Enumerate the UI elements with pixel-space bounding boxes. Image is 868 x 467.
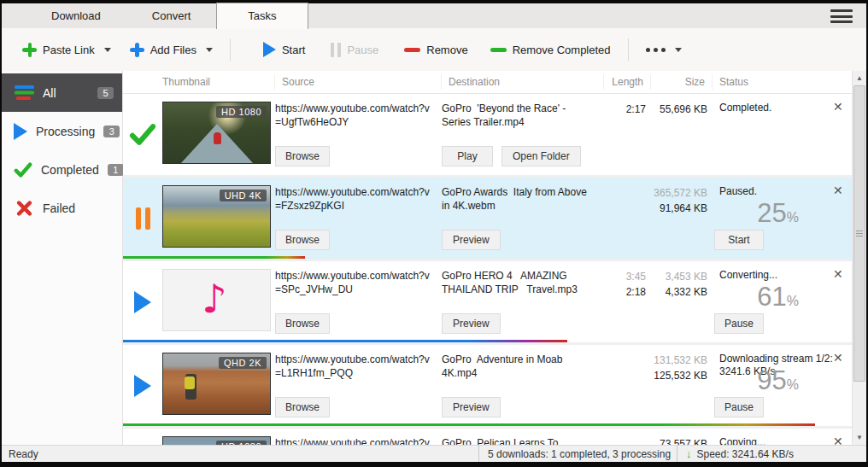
size-value: 125,532 KB (651, 368, 707, 383)
scroll-up-icon[interactable]: ▲ (853, 71, 866, 85)
pause-button[interactable]: Pause (324, 38, 385, 62)
plus-icon (130, 43, 144, 57)
destination-file: GoPro Adventure in Moab 4K.mp4 (442, 353, 604, 380)
sidebar-item-label: All (43, 86, 89, 100)
quality-badge: UHD 4K (220, 190, 267, 201)
progress-bar (123, 423, 815, 426)
size-original: 3,453 KB (651, 269, 707, 284)
table-body: ♪ HD 1080 https://www.youtube.com/watch?… (123, 94, 852, 445)
paste-link-button[interactable]: Paste Link (15, 38, 118, 62)
destination-cell: GoPro Pelican Learns To Fish.mp4 (442, 429, 604, 445)
column-header-status: Status (713, 74, 852, 90)
progress-bar (123, 256, 305, 259)
scrollbar-track[interactable] (853, 85, 866, 430)
pause-task-button[interactable]: Pause (714, 313, 764, 334)
sidebar-item-processing[interactable]: Processing3 (2, 112, 122, 150)
vertical-scrollbar[interactable]: ▲ ▼ (852, 71, 866, 445)
status-ready: Ready (2, 448, 478, 460)
task-row[interactable]: ♪ HD 1080 https://www.youtube.com/watch?… (123, 429, 852, 445)
table-header: Thumbnail Source Destination Length Size… (123, 71, 852, 94)
length-cell: 2:17 (604, 94, 651, 175)
column-header-destination: Destination (442, 74, 604, 90)
status-cell: Downloading stream 1/2: 3241.6 KB/s 95% … (713, 345, 833, 426)
destination-cell: GoPro Adventure in Moab 4K.mp4 Preview (442, 345, 604, 426)
chevron-down-icon[interactable] (104, 48, 111, 52)
scrollbar-thumb[interactable] (853, 85, 865, 382)
progress-bar (123, 340, 567, 342)
status-summary: 5 downloads: 1 completed, 3 processing (478, 446, 677, 462)
close-cell: ✕ (833, 178, 852, 259)
destination-cell: GoPro Awards Italy from Above in 4K.webm… (442, 178, 604, 259)
remove-completed-button[interactable]: Remove Completed (484, 38, 618, 61)
pause-state-icon (123, 178, 162, 259)
source-url: https://www.youtube.com/watch?v=L1RH1fm_… (275, 353, 442, 380)
tab-convert[interactable]: Convert (126, 4, 217, 28)
play-state-icon (123, 261, 162, 342)
sidebar: All5Processing3Completed1Failed (2, 71, 123, 445)
sidebar-item-completed[interactable]: Completed1 (2, 150, 122, 189)
menu-hamburger-icon[interactable] (830, 9, 853, 23)
source-url: https://www.youtube.com/watch?v=UgfTw6He… (275, 102, 442, 129)
close-icon[interactable]: ✕ (833, 352, 843, 364)
check-state-icon (123, 94, 162, 175)
source-cell: https://www.youtube.com/watch?v=SPc_JVHw… (275, 261, 442, 342)
length-value: 2:18 (604, 284, 646, 300)
source-cell: https://www.youtube.com/watch?v=FZsxz9Zp… (275, 178, 442, 259)
tab-download[interactable]: Download (26, 4, 126, 28)
status-text: Downloading stream 1/2: (719, 353, 833, 365)
status-text: Paused. (719, 185, 833, 197)
tab-tasks[interactable]: Tasks (216, 3, 308, 29)
task-row[interactable]: ♪ QHD 2K https://www.youtube.com/watch?v… (123, 345, 852, 426)
size-value: 73,557 KB (651, 436, 707, 445)
status-text: Completed. (719, 102, 833, 114)
more-options-button[interactable] (639, 43, 689, 57)
size-cell: 365,572 KB 91,964 KB (651, 178, 713, 259)
open-folder-button[interactable]: Open Folder (501, 146, 581, 166)
task-row[interactable]: ♪ https://www.youtube.com/watch?v=SPc_JV… (123, 261, 852, 342)
count-badge: 5 (97, 87, 114, 99)
destination-buttons: PlayOpen Folder (442, 146, 581, 166)
close-icon[interactable]: ✕ (833, 268, 843, 280)
scroll-down-icon[interactable]: ▼ (853, 430, 866, 445)
chevron-down-icon[interactable] (675, 48, 682, 52)
chevron-down-icon[interactable] (206, 48, 213, 52)
app-window: Download Convert Tasks Paste Link Add Fi… (0, 0, 868, 467)
start-button[interactable]: Start (256, 37, 312, 62)
preview-button[interactable]: Preview (442, 397, 501, 417)
browse-button[interactable]: Browse (275, 230, 330, 250)
task-row[interactable]: ♪ UHD 4K https://www.youtube.com/watch?v… (123, 178, 852, 259)
size-value: 91,964 KB (651, 201, 707, 216)
destination-buttons: Preview (442, 230, 501, 250)
browse-button[interactable]: Browse (275, 313, 330, 334)
close-icon[interactable]: ✕ (833, 184, 843, 196)
status-speed: ↓ Speed: 3241.64 KB/s (677, 446, 866, 462)
quality-badge: HD 1080 (216, 441, 267, 445)
start-task-button[interactable]: Start (714, 230, 764, 250)
remove-button[interactable]: Remove (397, 38, 474, 61)
play-state-icon (123, 345, 162, 426)
task-row[interactable]: ♪ HD 1080 https://www.youtube.com/watch?… (123, 94, 852, 175)
none-state-icon (123, 429, 162, 445)
close-icon[interactable]: ✕ (833, 435, 843, 445)
video-thumbnail: ♪ QHD 2K (162, 353, 271, 415)
sidebar-item-failed[interactable]: Failed (2, 189, 122, 227)
play-icon (14, 123, 27, 140)
destination-file: GoPro Awards Italy from Above in 4K.webm (442, 185, 604, 213)
browse-button[interactable]: Browse (275, 397, 330, 417)
add-files-button[interactable]: Add Files (123, 38, 220, 62)
column-header-length: Length (604, 74, 651, 90)
close-icon[interactable]: ✕ (833, 101, 843, 113)
count-badge: 3 (103, 126, 120, 137)
progress-percent: 95% (757, 365, 799, 396)
column-header-thumbnail: Thumbnail (123, 74, 275, 90)
source-cell: https://www.youtube.com/watch?v=L1RH1fm_… (275, 345, 442, 426)
play-button[interactable]: Play (442, 146, 493, 166)
size-value: 4,332 KB (651, 284, 707, 300)
source-cell: https://www.youtube.com/watch?v=UgfTw6He… (275, 94, 442, 175)
sidebar-item-all[interactable]: All5 (2, 73, 122, 112)
size-original: 365,572 KB (651, 185, 707, 201)
browse-button[interactable]: Browse (275, 146, 330, 166)
pause-task-button[interactable]: Pause (714, 397, 764, 417)
preview-button[interactable]: Preview (442, 230, 501, 250)
preview-button[interactable]: Preview (442, 313, 501, 334)
